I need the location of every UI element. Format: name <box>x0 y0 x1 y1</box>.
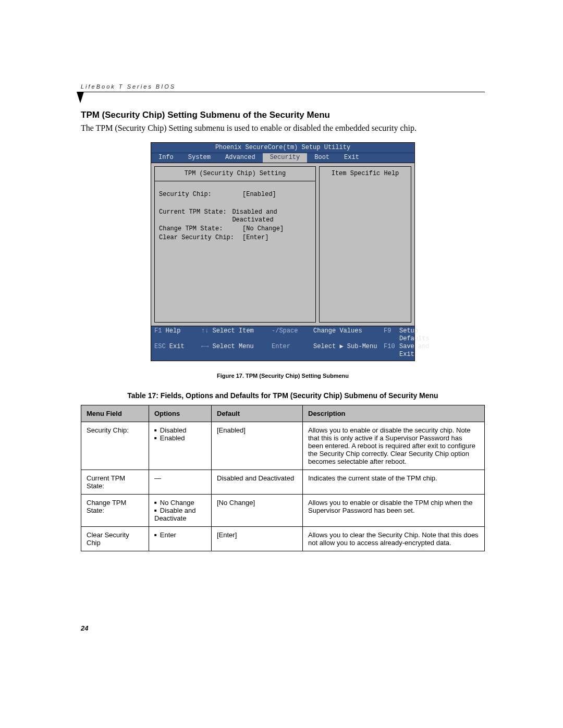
bios-tab-security[interactable]: Security <box>263 153 308 163</box>
table-cell-default: Disabled and Deactivated <box>212 470 303 495</box>
bios-tab-system[interactable]: System <box>181 153 218 163</box>
bios-footer-key: -/Space <box>272 327 313 343</box>
bios-footer-key: ↑↓ Select Item <box>201 327 272 343</box>
bios-tab-advanced[interactable]: Advanced <box>218 153 263 163</box>
bios-row-label: Change TPM State: <box>159 225 242 233</box>
option-item: Enter <box>154 531 206 539</box>
bios-help-title: Item Specific Help <box>332 170 399 177</box>
bios-footer-key: Select ▶ Sub-Menu <box>313 343 384 359</box>
bios-row-spacer <box>159 200 311 207</box>
table-cell-default: [Enabled] <box>212 422 303 470</box>
svg-marker-0 <box>77 92 84 103</box>
bios-row-label: Security Chip: <box>159 191 242 199</box>
table-cell-field: Security Chip: <box>81 422 149 470</box>
bios-footer-key: Save and Exit <box>399 343 430 359</box>
table-header: Options <box>149 405 212 422</box>
bios-row: Current TPM State: Disabled and Deactiva… <box>159 208 311 224</box>
bios-tab-info[interactable]: Info <box>151 153 181 163</box>
bios-footer-key: F1 Help <box>154 327 201 343</box>
table-header: Menu Field <box>81 405 149 422</box>
bios-footer-key: Enter <box>272 343 313 359</box>
table-cell-description: Indicates the current state of the TPM c… <box>303 470 485 495</box>
document-page: LifeBook T Series BIOS TPM (Security Chi… <box>81 83 485 632</box>
table-cell-description: Allows you to enable or disable the TPM … <box>303 495 485 527</box>
table-cell-default: [No Change] <box>212 495 303 527</box>
bios-row-value: Disabled and Deactivated <box>232 208 311 224</box>
bios-footer-key: ←→ Select Menu <box>201 343 272 359</box>
table-row: Clear Security ChipEnter[Enter]Allows yo… <box>81 527 485 551</box>
table-cell-description: Allows you to enable or disable the secu… <box>303 422 485 470</box>
bios-title-bar: Phoenix SecureCore(tm) Setup Utility <box>151 143 414 153</box>
table-header: Default <box>212 405 303 422</box>
bios-help-panel: Item Specific Help <box>319 166 411 323</box>
bios-row: Change TPM State: [No Change] <box>159 225 311 233</box>
bios-row-value[interactable]: [Enter] <box>242 234 268 242</box>
option-item: No Change <box>154 499 206 507</box>
bios-row: Security Chip: [Enabled] <box>159 191 311 199</box>
settings-table: Menu Field Options Default Description S… <box>81 405 485 551</box>
bios-panel-title: TPM (Security Chip) Setting <box>155 167 315 181</box>
bios-tab-bar: Info System Advanced Security Boot Exit <box>151 153 414 163</box>
bios-screenshot: Phoenix SecureCore(tm) Setup Utility Inf… <box>151 142 415 361</box>
table-row: Change TPM State:No ChangeDisable and De… <box>81 495 485 527</box>
bios-row-value[interactable]: [Enabled] <box>242 191 276 199</box>
option-item: Disable and Deactivate <box>154 507 206 522</box>
bios-footer-key: Change Values <box>313 327 384 343</box>
section-intro: The TPM (Security Chip) Setting submenu … <box>81 124 485 133</box>
table-header-row: Menu Field Options Default Description <box>81 405 485 422</box>
table-cell-field: Current TPM State: <box>81 470 149 495</box>
bios-row-label: Current TPM State: <box>159 208 232 224</box>
bios-left-panel: TPM (Security Chip) Setting Security Chi… <box>154 166 316 323</box>
table-cell-default: [Enter] <box>212 527 303 551</box>
table-caption: Table 17: Fields, Options and Defaults f… <box>81 391 485 400</box>
section-title: TPM (Security Chip) Setting Submenu of t… <box>81 110 485 120</box>
bios-footer-key: Setup Defaults <box>399 327 430 343</box>
table-cell-field: Clear Security Chip <box>81 527 149 551</box>
bios-footer-key: ESC Exit <box>154 343 201 359</box>
running-head: LifeBook T Series BIOS <box>81 83 485 90</box>
bios-panel-content: Security Chip: [Enabled] Current TPM Sta… <box>155 181 315 247</box>
bios-tab-exit[interactable]: Exit <box>337 153 366 163</box>
bios-row: Clear Security Chip: [Enter] <box>159 234 311 242</box>
header-rule <box>81 92 485 92</box>
header-arrow-icon <box>77 92 84 105</box>
table-cell-options: DisabledEnabled <box>149 422 212 470</box>
bios-tab-boot[interactable]: Boot <box>307 153 337 163</box>
table-cell-description: Allows you to clear the Security Chip. N… <box>303 527 485 551</box>
bios-row-value[interactable]: [No Change] <box>242 225 284 233</box>
figure-caption: Figure 17. TPM (Security Chip) Setting S… <box>81 373 485 379</box>
bios-row-label: Clear Security Chip: <box>159 234 242 242</box>
bios-footer-key: F10 <box>384 343 399 359</box>
bios-footer: F1 Help ↑↓ Select Item -/Space Change Va… <box>151 326 414 361</box>
table-header: Description <box>303 405 485 422</box>
table-cell-options: No ChangeDisable and Deactivate <box>149 495 212 527</box>
option-item: Disabled <box>154 426 206 434</box>
page-number: 24 <box>81 624 485 632</box>
table-cell-options: — <box>149 470 212 495</box>
table-row: Current TPM State:—Disabled and Deactiva… <box>81 470 485 495</box>
table-row: Security Chip:DisabledEnabled[Enabled]Al… <box>81 422 485 470</box>
table-cell-options: Enter <box>149 527 212 551</box>
table-cell-field: Change TPM State: <box>81 495 149 527</box>
bios-footer-key: F9 <box>384 327 399 343</box>
bios-body: TPM (Security Chip) Setting Security Chi… <box>151 163 414 326</box>
option-item: Enabled <box>154 434 206 442</box>
